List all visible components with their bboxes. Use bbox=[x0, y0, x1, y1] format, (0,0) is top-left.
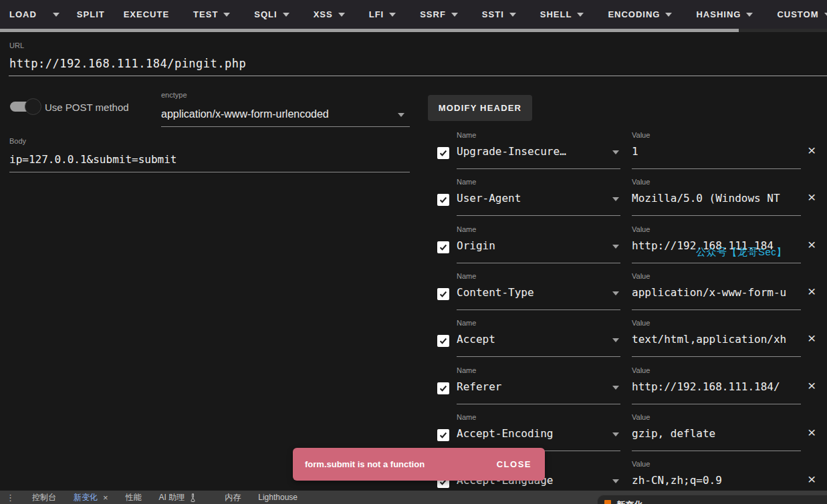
header-value-input[interactable]: 1 bbox=[632, 145, 801, 158]
header-value-input[interactable]: Mozilla/5.0 (Windows NT bbox=[632, 192, 801, 205]
value-field-label: Value bbox=[632, 178, 650, 186]
header-name-select[interactable]: Origin bbox=[457, 239, 609, 252]
devtools-tab-performance[interactable]: 性能 bbox=[126, 492, 142, 503]
menu-custom[interactable]: CUSTOM bbox=[767, 0, 827, 29]
enctype-underline bbox=[161, 126, 410, 127]
header-name-select[interactable]: Upgrade-Insecure… bbox=[457, 145, 609, 158]
close-icon[interactable]: × bbox=[808, 190, 816, 204]
chevron-down-icon bbox=[612, 197, 619, 201]
menu-hashing[interactable]: HASHING bbox=[687, 0, 762, 29]
name-field-label: Name bbox=[457, 178, 476, 186]
menu-execute[interactable]: EXECUTE bbox=[114, 0, 179, 29]
close-icon[interactable]: × bbox=[103, 493, 108, 503]
close-icon[interactable]: × bbox=[808, 378, 816, 392]
header-name-select[interactable]: Referer bbox=[457, 380, 609, 393]
devtools-tab-console[interactable]: 控制台 bbox=[32, 492, 56, 503]
header-row: Name Value Origin http://192.168.111.184… bbox=[428, 225, 827, 272]
header-value-input[interactable]: http://192.168.111.184/ bbox=[632, 380, 801, 393]
experiment-flask-icon bbox=[189, 493, 197, 502]
close-icon[interactable]: × bbox=[808, 284, 816, 298]
value-field-label: Value bbox=[632, 413, 650, 421]
devtools-drawer-panel: 新变化 bbox=[597, 495, 827, 504]
devtools-tab-whats-new[interactable]: 新变化 bbox=[74, 492, 98, 503]
header-name-select[interactable]: Accept-Encoding bbox=[457, 427, 609, 440]
enctype-field-label: enctype bbox=[161, 91, 187, 99]
menu-xss[interactable]: XSS bbox=[304, 0, 354, 29]
hackbar-window: LOAD SPLIT EXECUTE TEST SQLI XSS LFI SSR… bbox=[0, 0, 827, 504]
chevron-down-icon bbox=[612, 386, 619, 390]
header-enabled-checkbox[interactable] bbox=[437, 147, 449, 159]
chevron-down-icon bbox=[746, 13, 753, 17]
enctype-select[interactable]: application/x-www-form-urlencoded bbox=[161, 108, 329, 120]
menu-scrollbar-track bbox=[0, 29, 827, 32]
modify-header-button[interactable]: MODIFY HEADER bbox=[428, 95, 532, 121]
header-name-select[interactable]: Accept bbox=[457, 333, 609, 346]
header-enabled-checkbox[interactable] bbox=[437, 288, 449, 300]
more-tabs-icon[interactable]: ⋮ bbox=[6, 493, 15, 503]
header-value-input[interactable]: gzip, deflate bbox=[632, 427, 801, 440]
toggle-thumb bbox=[25, 98, 41, 115]
name-field-label: Name bbox=[457, 131, 476, 139]
name-field-label: Name bbox=[457, 319, 476, 327]
close-icon[interactable]: × bbox=[808, 143, 816, 157]
value-field-label: Value bbox=[632, 366, 650, 374]
chevron-down-icon bbox=[577, 13, 584, 17]
url-input[interactable]: http://192.168.111.184/pingit.php bbox=[9, 57, 246, 70]
close-icon[interactable]: × bbox=[808, 331, 816, 345]
menu-lfi[interactable]: LFI bbox=[360, 0, 406, 29]
menu-ssti[interactable]: SSTI bbox=[473, 0, 525, 29]
menu-sqli[interactable]: SQLI bbox=[245, 0, 298, 29]
devtools-tab-ai-assistant[interactable]: AI 助理 bbox=[159, 492, 185, 503]
header-enabled-checkbox[interactable] bbox=[437, 429, 449, 441]
menu-scrollbar-thumb[interactable] bbox=[0, 29, 739, 32]
name-field-label: Name bbox=[457, 413, 476, 421]
menu-split[interactable]: SPLIT bbox=[68, 0, 114, 29]
chevron-down-icon bbox=[612, 245, 619, 249]
url-field-label: URL bbox=[9, 41, 24, 49]
value-field-label: Value bbox=[632, 225, 650, 233]
menu-ssrf[interactable]: SSRF bbox=[410, 0, 467, 29]
header-value-input[interactable]: zh-CN,zh;q=0.9 bbox=[632, 474, 801, 487]
value-field-label: Value bbox=[632, 460, 650, 468]
close-icon[interactable]: × bbox=[808, 472, 816, 486]
devtools-tab-memory[interactable]: 内存 bbox=[225, 492, 241, 503]
close-icon[interactable]: × bbox=[808, 237, 816, 251]
body-input-underline bbox=[9, 172, 410, 172]
menu-shell[interactable]: SHELL bbox=[531, 0, 594, 29]
header-enabled-checkbox[interactable] bbox=[437, 335, 449, 347]
header-enabled-checkbox[interactable] bbox=[437, 194, 449, 206]
body-input[interactable]: ip=127.0.0.1&submit=submit bbox=[9, 153, 176, 166]
chevron-down-icon bbox=[612, 291, 619, 295]
chevron-down-icon bbox=[665, 13, 672, 17]
header-value-input[interactable]: http://192.168.111.184 bbox=[632, 239, 801, 252]
chevron-down-icon bbox=[451, 13, 458, 17]
use-post-toggle[interactable] bbox=[10, 98, 42, 116]
error-snackbar: form.submit is not a function CLOSE bbox=[293, 448, 545, 481]
header-value-input[interactable]: application/x-www-form-u bbox=[632, 286, 801, 299]
chevron-down-icon bbox=[612, 150, 619, 154]
chevron-down-icon bbox=[223, 13, 230, 17]
name-field-label: Name bbox=[457, 272, 476, 280]
chevron-down-icon bbox=[338, 13, 345, 17]
menu-test[interactable]: TEST bbox=[184, 0, 239, 29]
chevron-down-icon bbox=[283, 13, 289, 17]
chevron-down-icon bbox=[612, 338, 619, 342]
header-row: Name Value Referer http://192.168.111.18… bbox=[428, 366, 827, 413]
name-field-label: Name bbox=[457, 366, 476, 374]
chevron-down-icon bbox=[398, 113, 404, 117]
header-value-input[interactable]: text/html,application/xh bbox=[632, 333, 801, 346]
header-enabled-checkbox[interactable] bbox=[437, 382, 449, 394]
header-row: Name Value Upgrade-Insecure… 1 × bbox=[428, 131, 827, 178]
snackbar-message: form.submit is not a function bbox=[293, 459, 425, 469]
header-name-select[interactable]: User-Agent bbox=[457, 192, 609, 205]
menu-encoding[interactable]: ENCODING bbox=[598, 0, 681, 29]
snackbar-close-button[interactable]: CLOSE bbox=[497, 459, 545, 469]
menu-load-dropdown[interactable] bbox=[45, 0, 68, 29]
devtools-tab-lighthouse[interactable]: Lighthouse bbox=[258, 493, 298, 502]
close-icon[interactable]: × bbox=[808, 425, 816, 439]
name-field-label: Name bbox=[457, 225, 476, 233]
header-name-select[interactable]: Content-Type bbox=[457, 286, 609, 299]
menu-load[interactable]: LOAD bbox=[0, 0, 45, 29]
header-enabled-checkbox[interactable] bbox=[437, 241, 449, 253]
value-field-label: Value bbox=[632, 131, 650, 139]
